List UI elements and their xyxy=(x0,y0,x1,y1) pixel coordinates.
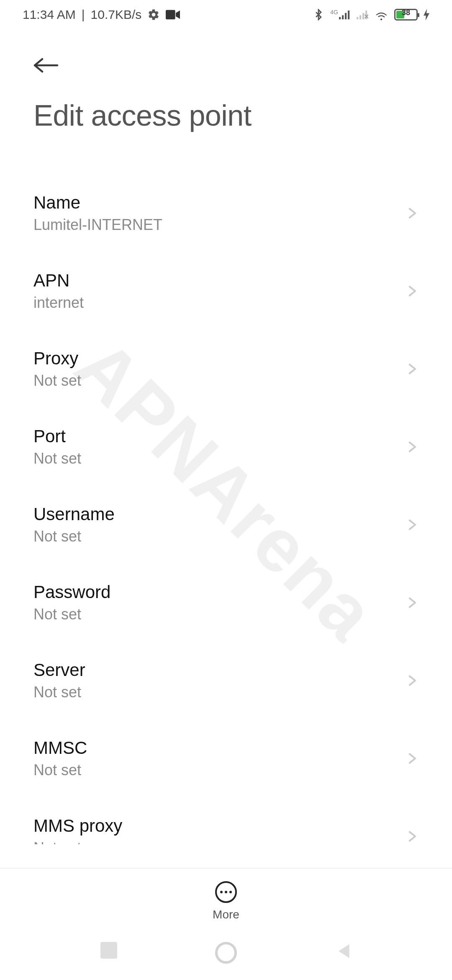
setting-value: Not set xyxy=(33,528,115,545)
chevron-right-icon xyxy=(405,206,419,220)
nav-home-button[interactable] xyxy=(215,942,237,964)
setting-label: MMS proxy xyxy=(33,816,122,836)
row-text-group: ProxyNot set xyxy=(33,348,81,389)
setting-label: Proxy xyxy=(33,348,81,369)
triangle-left-icon xyxy=(334,942,352,960)
network-type-label: 4G xyxy=(330,9,338,15)
chevron-right-icon xyxy=(405,674,419,687)
status-net-speed: 10.7KB/s xyxy=(91,8,142,22)
setting-row-password[interactable]: PasswordNot set xyxy=(33,564,419,642)
more-button[interactable]: More xyxy=(213,881,239,921)
row-text-group: NameLumitel-INTERNET xyxy=(33,193,162,234)
bottom-action-bar: More xyxy=(0,868,452,921)
gear-icon xyxy=(147,8,160,21)
setting-value: Not set xyxy=(33,683,85,701)
page-title: Edit access point xyxy=(33,99,419,132)
nav-back-button[interactable] xyxy=(332,942,354,964)
chevron-right-icon xyxy=(405,518,419,531)
chevron-right-icon xyxy=(405,440,419,454)
setting-label: Username xyxy=(33,504,115,524)
svg-rect-3 xyxy=(345,13,347,19)
signal-no-sim-icon xyxy=(357,10,368,20)
setting-label: APN xyxy=(33,271,84,291)
setting-label: Port xyxy=(33,426,81,446)
setting-value: Not set xyxy=(33,450,81,467)
setting-row-server[interactable]: ServerNot set xyxy=(33,642,419,720)
svg-rect-1 xyxy=(339,17,341,20)
header: Edit access point xyxy=(0,29,452,132)
setting-row-apn[interactable]: APNinternet xyxy=(33,252,419,330)
status-right-group: 4G 38 xyxy=(313,8,429,22)
setting-row-mms-proxy[interactable]: MMS proxyNot set xyxy=(33,797,419,844)
chevron-right-icon xyxy=(405,830,419,843)
back-button[interactable] xyxy=(33,53,59,78)
setting-row-proxy[interactable]: ProxyNot set xyxy=(33,330,419,408)
setting-row-mmsc[interactable]: MMSCNot set xyxy=(33,720,419,797)
setting-value: Not set xyxy=(33,606,110,623)
status-left-group: 11:34 AM | 10.7KB/s xyxy=(23,8,180,22)
bluetooth-icon xyxy=(313,9,324,21)
setting-label: Password xyxy=(33,582,110,602)
settings-list[interactable]: NameLumitel-INTERNETAPNinternetProxyNot … xyxy=(0,174,452,844)
arrow-left-icon xyxy=(33,57,59,73)
svg-rect-0 xyxy=(166,10,175,20)
video-icon xyxy=(166,10,180,20)
row-text-group: ServerNot set xyxy=(33,660,85,701)
row-text-group: MMSCNot set xyxy=(33,738,87,779)
wifi-icon xyxy=(374,8,388,22)
signal-bars-icon xyxy=(339,10,351,20)
battery-percent: 38 xyxy=(396,8,416,17)
more-label: More xyxy=(213,908,239,921)
setting-row-name[interactable]: NameLumitel-INTERNET xyxy=(33,174,419,252)
more-dots-icon xyxy=(215,881,237,903)
setting-value: Not set xyxy=(33,761,87,779)
row-text-group: APNinternet xyxy=(33,271,84,312)
setting-label: Name xyxy=(33,193,162,213)
row-text-group: PasswordNot set xyxy=(33,582,110,623)
chevron-right-icon xyxy=(405,362,419,376)
row-text-group: PortNot set xyxy=(33,426,81,467)
setting-value: Lumitel-INTERNET xyxy=(33,216,162,234)
setting-label: MMSC xyxy=(33,738,87,758)
signal-1-group: 4G xyxy=(330,10,351,20)
square-icon xyxy=(100,942,117,959)
chevron-right-icon xyxy=(405,596,419,609)
charging-icon xyxy=(424,9,429,21)
setting-row-port[interactable]: PortNot set xyxy=(33,408,419,486)
setting-label: Server xyxy=(33,660,85,680)
setting-value: Not set xyxy=(33,839,122,844)
status-time: 11:34 AM xyxy=(23,8,76,22)
svg-rect-7 xyxy=(362,13,364,19)
setting-value: internet xyxy=(33,294,84,312)
setting-row-username[interactable]: UsernameNot set xyxy=(33,486,419,564)
chevron-right-icon xyxy=(405,752,419,765)
setting-value: Not set xyxy=(33,372,81,389)
battery-icon: 38 xyxy=(394,9,418,21)
svg-rect-5 xyxy=(357,17,358,20)
nav-recents-button[interactable] xyxy=(98,942,120,964)
android-nav-bar xyxy=(0,926,452,980)
svg-rect-4 xyxy=(348,10,349,19)
status-bar: 11:34 AM | 10.7KB/s 4G xyxy=(0,0,452,29)
status-separator: | xyxy=(82,8,85,22)
row-text-group: MMS proxyNot set xyxy=(33,816,122,844)
svg-rect-6 xyxy=(360,15,361,19)
row-text-group: UsernameNot set xyxy=(33,504,115,545)
circle-icon xyxy=(215,942,237,964)
chevron-right-icon xyxy=(405,284,419,298)
svg-rect-2 xyxy=(342,15,344,19)
